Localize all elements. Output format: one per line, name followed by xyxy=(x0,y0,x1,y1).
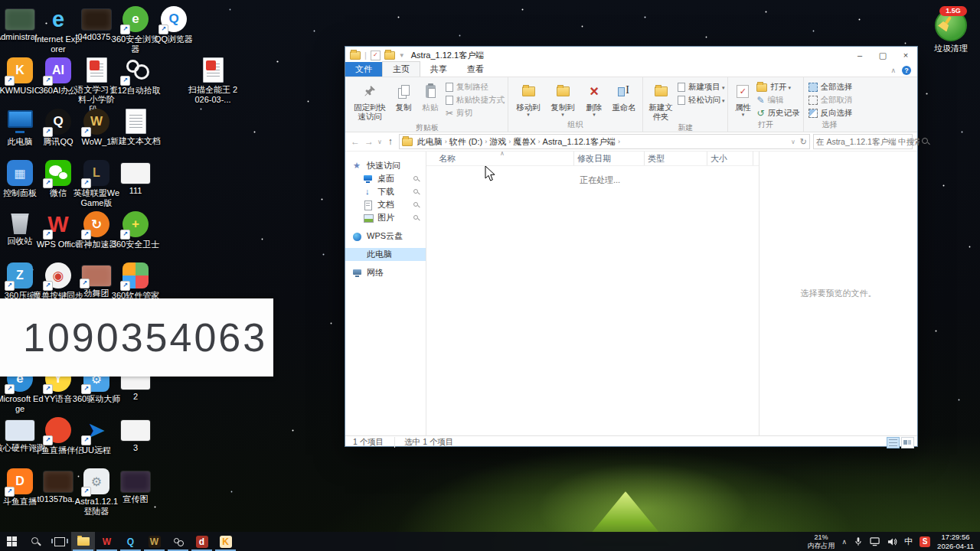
new-item-button[interactable]: 新建项目 xyxy=(678,82,724,93)
taskbar-autoloot-button[interactable] xyxy=(166,532,190,551)
hw-review-icon xyxy=(5,420,34,441)
microphone-icon[interactable] xyxy=(854,536,863,546)
up-button[interactable]: ↑ xyxy=(385,136,396,147)
sidebar-item-图片[interactable]: 图片 xyxy=(345,211,426,224)
desktop-icon-360-safe-browser[interactable]: e↗360安全浏览器 xyxy=(116,6,155,54)
paste-button[interactable]: 粘贴 xyxy=(417,80,443,112)
column-header-类型[interactable]: 类型 xyxy=(645,152,707,165)
maximize-button[interactable]: ▢ xyxy=(871,47,894,64)
open-icon xyxy=(756,83,767,92)
paste-shortcut-button[interactable]: 粘贴快捷方式 xyxy=(446,95,505,106)
tab-view[interactable]: 查看 xyxy=(457,62,494,77)
titlebar[interactable]: | ✓ ▼ Astra_1.12.1客户端 – ▢ × xyxy=(345,47,917,64)
refresh-icon[interactable]: ↻ xyxy=(800,137,807,147)
copy-path-button[interactable]: 复制路径 xyxy=(446,82,505,93)
speaker-icon[interactable] xyxy=(887,537,897,546)
tab-share[interactable]: 共享 xyxy=(420,62,457,77)
sidebar-item-桌面[interactable]: 桌面 xyxy=(345,172,426,185)
history-button[interactable]: ↺ 历史记录 xyxy=(756,108,799,119)
breadcrumb-item[interactable]: 此电脑 xyxy=(415,136,445,148)
edit-button[interactable]: ✎ 编辑 xyxy=(756,95,799,106)
desktop-icon-qq-browser[interactable]: Q↗QQ浏览器 xyxy=(154,6,194,44)
folder-qat-icon[interactable] xyxy=(384,51,395,60)
tab-file[interactable]: 文件 xyxy=(345,62,382,77)
breadcrumb-separator-icon[interactable]: › xyxy=(618,138,620,145)
broom-icon[interactable]: 1.5G xyxy=(935,9,967,41)
new-text-doc-icon xyxy=(126,109,146,134)
breadcrumb-item[interactable]: 软件 (D:) xyxy=(447,136,485,148)
tab-home[interactable]: 主页 xyxy=(382,61,420,77)
collapse-ribbon-icon[interactable]: ∧ xyxy=(890,67,896,74)
network-icon[interactable] xyxy=(870,537,880,546)
address-bar[interactable]: 此电脑›软件 (D:)›游戏›魔兽X›Astra_1.12.1客户端› ∨ ↻ xyxy=(399,134,810,149)
sogou-input-icon[interactable]: S xyxy=(920,536,930,547)
search-box[interactable] xyxy=(813,134,913,149)
sidebar-item-快速访问[interactable]: 快速访问 xyxy=(345,159,426,172)
taskbar-file-explorer-button[interactable] xyxy=(71,532,95,551)
new-folder-button[interactable]: 新建文件夹 xyxy=(646,80,675,122)
sidebar-item-下载[interactable]: 下载 xyxy=(345,185,426,198)
copy-button[interactable]: 复制 xyxy=(390,80,416,112)
taskbar-douyu-button[interactable]: d xyxy=(190,532,214,551)
column-header-大小[interactable]: 大小 xyxy=(707,152,753,165)
search-input[interactable] xyxy=(814,137,922,146)
breadcrumb-item[interactable]: Astra_1.12.1客户端 xyxy=(541,136,618,148)
rename-button[interactable]: 重命名 xyxy=(609,80,639,112)
pin-to-quick-access-button[interactable]: 固定到快速访问 xyxy=(350,80,390,122)
desktop-icon-astra-launcher[interactable]: ⚙↗Astra1.12.1登陆器 xyxy=(77,468,116,517)
taskbar-qq-browser-button[interactable]: Q xyxy=(119,532,142,551)
invert-selection-button[interactable]: 反向选择 xyxy=(808,108,853,119)
easy-access-button[interactable]: 轻松访问 xyxy=(678,95,724,106)
sidebar-item-网络[interactable]: 网络 xyxy=(345,266,426,279)
ime-indicator[interactable]: 中 xyxy=(904,536,913,547)
desktop-icon-360-manager[interactable]: ↗360软件管家 xyxy=(116,262,155,301)
taskbar-search-button[interactable] xyxy=(24,532,47,551)
delete-button[interactable]: × 删除 xyxy=(580,80,608,116)
sidebar-item-此电脑[interactable]: 此电脑 xyxy=(345,248,426,261)
thumbnails-view-button[interactable] xyxy=(901,437,914,448)
tray-overflow-icon[interactable]: ∧ xyxy=(842,538,848,546)
taskbar-wow-button[interactable]: W xyxy=(142,532,166,551)
help-icon[interactable]: ? xyxy=(902,66,911,75)
breadcrumb-item[interactable]: 魔兽X xyxy=(511,136,537,148)
file-list[interactable]: ∧ 名称修改日期类型大小 正在处理... xyxy=(426,152,759,435)
taskbar-task-view-button[interactable] xyxy=(47,532,71,551)
desktop-icon-doc-111[interactable]: 111 xyxy=(116,160,155,196)
sidebar-item-WPS云盘[interactable]: WPS云盘 xyxy=(345,230,426,243)
minimize-button[interactable]: – xyxy=(848,47,871,64)
breadcrumb-item[interactable]: 游戏 xyxy=(487,136,508,148)
clock[interactable]: 17:29:56 2026-04-11 xyxy=(937,533,974,551)
desktop-icon-promo-image[interactable]: 宣传图 xyxy=(116,468,155,504)
shortcut-arrow-icon: ↗ xyxy=(43,178,53,188)
sidebar-item-文档[interactable]: 文档 xyxy=(345,198,426,211)
move-to-button[interactable]: 移动到 xyxy=(511,80,545,116)
cleanup-gadget[interactable]: 1.5G 垃圾清理 xyxy=(933,3,969,54)
desktop-icon-internet-explorer[interactable]: eInternet Explorer xyxy=(38,6,78,54)
desktop-icon-autoloot-112[interactable]: ↗1.12自动拾取 xyxy=(116,57,155,96)
taskbar-kwmusic-button[interactable]: K xyxy=(214,532,237,551)
desktop-icon-lol-wegame[interactable]: L↗英雄联盟WeGame版 xyxy=(77,160,116,208)
taskbar-start-button[interactable] xyxy=(0,532,24,551)
copy-to-button[interactable]: 复制到 xyxy=(546,80,580,116)
recycle-bin-icon xyxy=(10,211,30,234)
open-button[interactable]: 打开 xyxy=(756,82,799,93)
back-button[interactable]: ← xyxy=(350,136,361,147)
memory-widget[interactable]: 21% 内存占用 xyxy=(808,533,835,549)
address-dropdown-icon[interactable]: ∨ xyxy=(791,139,795,145)
select-all-button[interactable]: 全部选择 xyxy=(808,82,853,93)
properties-qat-icon[interactable]: ✓ xyxy=(371,51,381,60)
desktop-icon-camscanner-pdf[interactable]: 扫描全能王 2026-03-... xyxy=(193,57,233,105)
desktop-icon-new-text-doc[interactable]: 新建文本文档 xyxy=(116,109,155,146)
properties-button[interactable]: ✓ 属性 xyxy=(731,80,754,116)
qat-dropdown-icon[interactable]: ▼ xyxy=(399,52,405,59)
desktop-icon-doc-3[interactable]: 3 xyxy=(116,417,155,453)
select-none-button[interactable]: 全部取消 xyxy=(808,95,853,106)
desktop-icon-360-guard[interactable]: +↗360安全卫士 xyxy=(116,211,155,249)
cut-button[interactable]: ✂ 剪切 xyxy=(446,108,505,119)
close-button[interactable]: × xyxy=(894,47,917,64)
column-header-修改日期[interactable]: 修改日期 xyxy=(574,152,645,165)
forward-button[interactable]: → xyxy=(364,136,374,147)
taskbar-wps-button[interactable]: W xyxy=(95,532,119,551)
recent-locations-icon[interactable]: ∨ xyxy=(377,139,382,145)
details-view-button[interactable] xyxy=(887,437,900,448)
